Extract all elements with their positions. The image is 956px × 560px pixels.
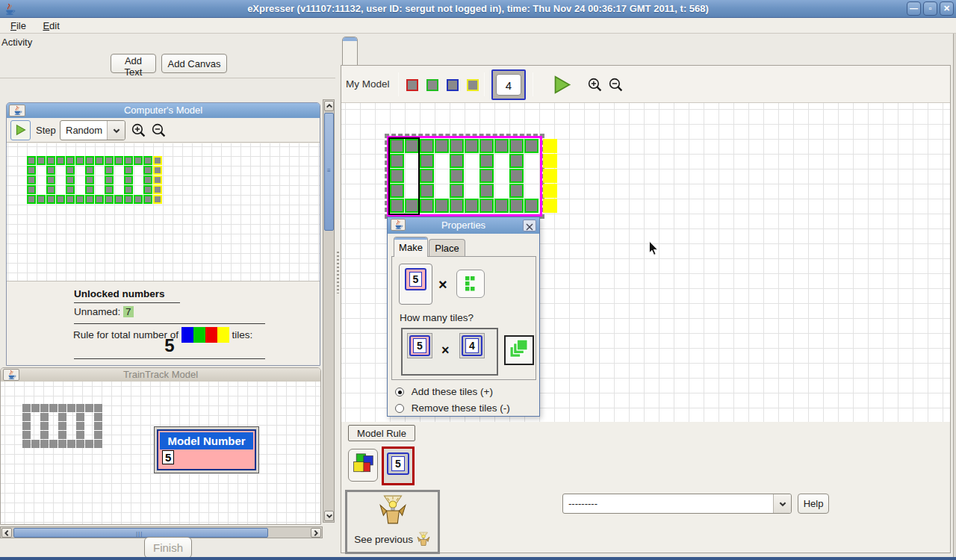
zoom-out-icon[interactable] xyxy=(151,122,167,138)
model-tile[interactable] xyxy=(509,169,524,183)
cap-tile xyxy=(153,185,162,194)
tab-make[interactable]: Make xyxy=(394,237,428,257)
cap-tile[interactable] xyxy=(543,154,557,168)
tile-stack-button[interactable] xyxy=(348,449,378,482)
model-canvas[interactable]: Properties Make Place 5 × xyxy=(341,103,950,422)
unit-shape-button[interactable] xyxy=(456,270,485,298)
model-tile[interactable] xyxy=(494,139,509,153)
palette-tile-green[interactable] xyxy=(426,79,438,91)
scroll-right-button[interactable] xyxy=(311,528,321,538)
java-icon[interactable] xyxy=(9,105,25,116)
model-tile[interactable] xyxy=(420,199,434,213)
scroll-left-button[interactable] xyxy=(1,528,12,538)
scroll-up-button[interactable] xyxy=(324,101,334,111)
step-mode-value: Random xyxy=(66,121,102,140)
model-tile[interactable] xyxy=(450,139,464,153)
finish-button[interactable]: Finish xyxy=(144,537,192,559)
model-tile[interactable] xyxy=(479,154,494,168)
model-tile[interactable] xyxy=(465,139,479,153)
model-tile[interactable] xyxy=(465,199,479,213)
model-rule-button[interactable]: Model Rule xyxy=(348,425,415,441)
model-tile[interactable] xyxy=(420,184,434,198)
close-button[interactable]: ✕ xyxy=(940,1,954,16)
cap-tile[interactable] xyxy=(543,169,557,183)
model-tile[interactable] xyxy=(450,169,464,183)
model-tile[interactable] xyxy=(479,169,494,183)
menu-item-edit[interactable]: Edit xyxy=(40,18,62,34)
model-tile[interactable] xyxy=(420,154,434,168)
chevron-down-icon[interactable] xyxy=(773,494,791,513)
play-button[interactable] xyxy=(551,75,574,95)
model-tile[interactable] xyxy=(420,139,434,153)
horizontal-scrollbar-thumb[interactable]: ||| xyxy=(13,528,268,538)
model-tile[interactable] xyxy=(509,139,524,153)
unit-outline[interactable] xyxy=(388,137,420,215)
model-tile[interactable] xyxy=(479,184,494,198)
tab-place[interactable]: Place xyxy=(429,239,465,257)
tiles-count-chip-button[interactable]: 5 xyxy=(407,333,432,358)
model-tile[interactable] xyxy=(479,199,494,213)
model-tile[interactable] xyxy=(509,184,524,198)
add-canvas-button[interactable]: Add Canvas xyxy=(161,54,227,73)
step-mode-select[interactable]: Random xyxy=(60,120,125,140)
model-tile[interactable] xyxy=(450,184,464,198)
help-button[interactable]: Help xyxy=(798,494,829,514)
unnamed-value-badge[interactable]: 7 xyxy=(123,306,134,317)
iterations-display[interactable]: 4 xyxy=(491,69,526,100)
add-text-button[interactable]: Add Text xyxy=(111,54,156,73)
toolbar-separator xyxy=(484,72,485,96)
model-tile[interactable] xyxy=(450,154,464,168)
zoom-in-icon[interactable] xyxy=(131,122,146,138)
computers-model-titlebar[interactable]: Computer's Model xyxy=(7,103,320,118)
model-tile[interactable] xyxy=(509,154,524,168)
model-number-chip-button[interactable]: 5 xyxy=(382,447,415,485)
cap-tile[interactable] xyxy=(543,199,557,213)
radio-add-tiles[interactable]: Add these tiles (+) xyxy=(395,386,493,397)
palette-tile-blue[interactable] xyxy=(447,79,459,91)
model-tile[interactable] xyxy=(509,199,524,213)
model-number-value[interactable]: 5 xyxy=(162,450,174,464)
rule-total-value[interactable]: 5 xyxy=(74,335,265,356)
properties-titlebar[interactable]: Properties xyxy=(388,217,539,234)
minimize-button[interactable]: — xyxy=(907,1,921,16)
model-tile xyxy=(143,166,152,175)
step-play-button[interactable] xyxy=(10,120,31,140)
cap-tile xyxy=(153,166,162,175)
model-number-box[interactable]: Model Number 5 xyxy=(154,426,259,473)
zoom-in-icon[interactable] xyxy=(587,77,603,93)
feedback-dropdown[interactable]: --------- xyxy=(562,494,792,514)
model-tile[interactable] xyxy=(420,169,434,183)
traintrack-titlebar[interactable]: TrainTrack Model xyxy=(1,368,320,382)
computers-model-canvas[interactable] xyxy=(7,143,320,281)
repeat-chip-button[interactable]: 5 xyxy=(399,264,432,305)
maximize-button[interactable]: ▫ xyxy=(923,1,937,16)
window-titlebar[interactable]: eXpresser (v11107:11132, user ID: sergut… xyxy=(0,0,956,18)
menu-item-file[interactable]: File xyxy=(7,18,29,34)
cap-tile[interactable] xyxy=(543,139,557,153)
vertical-scrollbar[interactable]: ≡ xyxy=(323,99,335,523)
model-tile[interactable] xyxy=(450,199,464,213)
java-icon[interactable] xyxy=(3,369,19,381)
palette-tile-yellow[interactable] xyxy=(467,79,479,91)
zoom-out-icon[interactable] xyxy=(608,77,624,93)
model-tile[interactable] xyxy=(435,199,449,213)
scroll-down-button[interactable] xyxy=(324,511,334,521)
model-tile[interactable] xyxy=(494,199,509,213)
splitter-handle[interactable] xyxy=(337,252,339,293)
vertical-scrollbar-thumb[interactable]: ≡ xyxy=(324,113,334,231)
see-previous-button[interactable]: See previous xyxy=(345,490,440,554)
model-tile[interactable] xyxy=(479,139,494,153)
radio-remove-tiles[interactable]: Remove these tiles (-) xyxy=(395,402,510,414)
model-tile[interactable] xyxy=(524,199,538,213)
properties-dialog[interactable]: Properties Make Place 5 × xyxy=(387,217,540,417)
model-tile[interactable] xyxy=(524,139,538,153)
traintrack-canvas[interactable]: Model Number 5 xyxy=(1,382,320,524)
apply-tiles-button[interactable] xyxy=(504,335,534,365)
model-tile[interactable] xyxy=(435,139,449,153)
palette-tile-red[interactable] xyxy=(406,79,418,91)
properties-close-button[interactable] xyxy=(523,220,536,231)
cap-tile[interactable] xyxy=(543,184,557,198)
mymodel-tab[interactable] xyxy=(342,37,358,66)
unit-size-chip-button[interactable]: 4 xyxy=(459,333,485,358)
chevron-down-icon[interactable] xyxy=(107,121,125,140)
